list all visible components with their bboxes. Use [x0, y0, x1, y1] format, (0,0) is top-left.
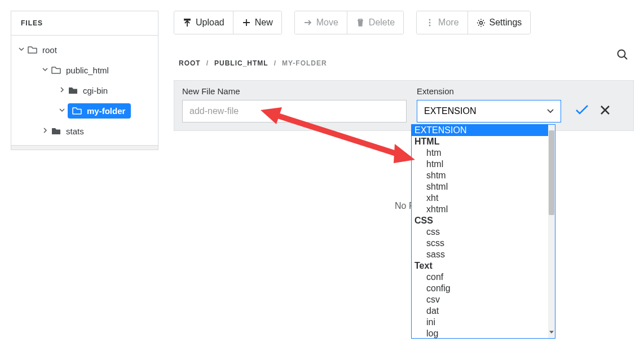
filename-field: New File Name: [182, 86, 407, 122]
settings-button[interactable]: Settings: [467, 11, 531, 34]
toolbar-button-label: Upload: [196, 17, 224, 28]
dropdown-option[interactable]: conf: [412, 272, 548, 283]
tree-item-stats[interactable]: stats: [11, 121, 158, 141]
plus-icon: [242, 18, 251, 27]
tree-item-root[interactable]: root: [11, 40, 158, 60]
folder-tree: root public_html cgi-bin: [11, 36, 158, 145]
dropdown-group-label: CSS: [412, 215, 548, 226]
filename-input[interactable]: [182, 100, 407, 122]
chevron-down-icon: [16, 45, 27, 54]
scroll-down-icon: [549, 326, 554, 336]
svg-point-6: [618, 50, 625, 58]
toolbar-group-edit: Move Delete: [294, 11, 404, 34]
dropdown-option[interactable]: dat: [412, 305, 548, 317]
folder-icon: [51, 126, 62, 135]
tree-item-public-html[interactable]: public_html: [11, 60, 158, 80]
extension-select[interactable]: [417, 100, 561, 122]
close-icon: [599, 104, 611, 116]
dropdown-option[interactable]: log: [412, 328, 548, 338]
new-file-panel: New File Name Extension: [174, 80, 634, 131]
tree-item-label: my-folder: [87, 106, 125, 116]
search-button[interactable]: [616, 49, 629, 61]
dropdown-option[interactable]: css: [412, 226, 548, 238]
dropdown-option[interactable]: xht: [412, 192, 548, 204]
toolbar-button-label: Delete: [369, 17, 395, 28]
tree-item-label: cgi-bin: [83, 86, 108, 95]
dropdown-group-label: HTML: [412, 136, 548, 147]
upload-icon: [183, 18, 192, 27]
scrollbar[interactable]: [548, 125, 555, 338]
more-vertical-icon: [425, 18, 434, 27]
filename-label: New File Name: [182, 86, 407, 96]
chevron-right-icon: [39, 126, 51, 135]
folder-open-icon: [72, 106, 83, 115]
dropdown-option[interactable]: EXTENSION: [412, 125, 548, 136]
toolbar-group-more: More Settings: [416, 11, 531, 34]
folder-icon: [68, 86, 79, 95]
svg-point-4: [429, 25, 431, 27]
dropdown-option[interactable]: config: [412, 283, 548, 294]
search-icon: [616, 49, 629, 61]
tree-item-label: stats: [66, 126, 84, 136]
svg-point-5: [479, 21, 482, 24]
chevron-down-icon: [39, 65, 51, 75]
svg-rect-0: [184, 19, 190, 20]
breadcrumb-item[interactable]: ROOT: [179, 59, 201, 67]
toolbar-button-label: Move: [316, 17, 338, 28]
chevron-down-icon: [56, 106, 68, 115]
new-button[interactable]: New: [233, 11, 281, 34]
breadcrumb-item[interactable]: PUBLIC_HTML: [214, 59, 268, 67]
files-sidebar-title: FILES: [11, 11, 158, 36]
dropdown-option[interactable]: sass: [412, 249, 548, 260]
dropdown-group-label: Text: [412, 260, 548, 272]
breadcrumb-sep: /: [274, 59, 276, 67]
tree-item-label: root: [42, 45, 57, 55]
tree-item-label: public_html: [66, 65, 109, 75]
extension-field: Extension: [417, 86, 561, 122]
extension-dropdown-list[interactable]: EXTENSION HTML htm html shtm shtml xht x…: [412, 125, 548, 338]
toolbar-group-file: Upload New: [174, 11, 282, 34]
arrow-right-icon: [303, 18, 312, 27]
extension-label: Extension: [417, 86, 561, 96]
delete-button: Delete: [347, 11, 403, 34]
dropdown-option[interactable]: shtml: [412, 181, 548, 192]
trash-icon: [356, 18, 365, 27]
confirm-button[interactable]: [575, 104, 589, 118]
tree-item-cgi-bin[interactable]: cgi-bin: [11, 80, 158, 100]
svg-point-2: [429, 19, 431, 21]
gear-icon: [477, 18, 486, 27]
toolbar-button-label: New: [255, 17, 273, 28]
breadcrumb-sep: /: [206, 59, 209, 67]
new-file-actions: [575, 104, 611, 118]
folder-open-icon: [27, 45, 38, 54]
move-button: Move: [295, 11, 347, 34]
scrollbar-thumb[interactable]: [549, 130, 554, 215]
toolbar: Upload New Move Delete More: [174, 11, 531, 34]
breadcrumb-item-current: MY-FOLDER: [282, 59, 327, 67]
tree-item-my-folder[interactable]: my-folder: [11, 100, 158, 121]
more-button: More: [417, 11, 467, 34]
upload-button[interactable]: Upload: [174, 11, 233, 34]
dropdown-option[interactable]: htm: [412, 147, 548, 159]
dropdown-option[interactable]: xhtml: [412, 204, 548, 215]
breadcrumb: ROOT / PUBLIC_HTML / MY-FOLDER: [179, 59, 327, 67]
folder-open-icon: [51, 65, 62, 75]
dropdown-option[interactable]: html: [412, 159, 548, 170]
toolbar-button-label: Settings: [489, 17, 522, 28]
svg-point-3: [429, 22, 431, 24]
svg-rect-1: [359, 20, 362, 26]
check-icon: [575, 104, 589, 116]
files-sidebar: FILES root public_html: [11, 11, 158, 150]
toolbar-button-label: More: [438, 17, 458, 28]
chevron-right-icon: [56, 86, 68, 95]
dropdown-option[interactable]: shtm: [412, 170, 548, 181]
extension-dropdown: EXTENSION HTML htm html shtm shtml xht x…: [411, 124, 555, 339]
cancel-button[interactable]: [599, 104, 611, 118]
dropdown-option[interactable]: scss: [412, 238, 548, 249]
dropdown-option[interactable]: ini: [412, 317, 548, 328]
scrollbar-gutter: [11, 145, 158, 150]
dropdown-option[interactable]: csv: [412, 294, 548, 305]
